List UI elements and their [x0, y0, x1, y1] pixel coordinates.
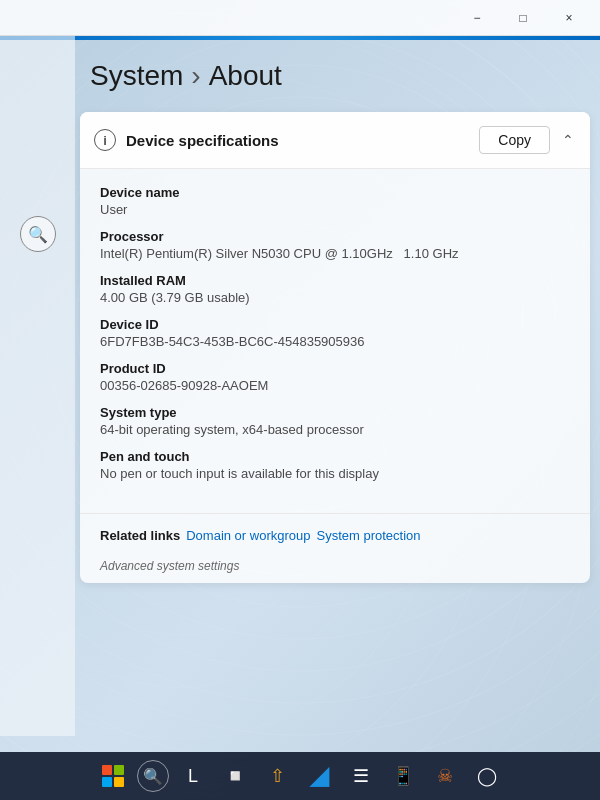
- spec-row-deviceid: Device ID 6FD7FB3B-54C3-453B-BC6C-454835…: [100, 317, 570, 349]
- titlebar: − □ ×: [0, 0, 600, 36]
- spec-value-deviceid: 6FD7FB3B-54C3-453B-BC6C-454835905936: [100, 334, 570, 349]
- title-about: About: [209, 60, 282, 92]
- spec-value-productid: 00356-02685-90928-AAOEM: [100, 378, 570, 393]
- taskbar-icon-menu[interactable]: ☰: [343, 758, 379, 794]
- taskbar-icon-extra[interactable]: ◯: [469, 758, 505, 794]
- link-system-protection[interactable]: System protection: [316, 528, 420, 543]
- taskbar: 🔍 L ◽ ⇧ ◢ ☰ 📱 ☠ ◯: [0, 752, 600, 800]
- minimize-button[interactable]: −: [454, 0, 500, 36]
- close-button[interactable]: ×: [546, 0, 592, 36]
- spec-label-processor: Processor: [100, 229, 570, 244]
- taskbar-icon-phone[interactable]: 📱: [385, 758, 421, 794]
- card-header: i Device specifications Copy ⌃: [80, 112, 590, 169]
- info-icon: i: [94, 129, 116, 151]
- main-content: System › About i Device specifications C…: [0, 40, 600, 583]
- spec-label-systemtype: System type: [100, 405, 570, 420]
- spec-label-ram: Installed RAM: [100, 273, 570, 288]
- advanced-settings-link[interactable]: Advanced system settings: [80, 553, 590, 583]
- taskbar-icon-upload[interactable]: ⇧: [259, 758, 295, 794]
- page-title: System › About: [80, 60, 600, 92]
- taskbar-search-button[interactable]: 🔍: [137, 760, 169, 792]
- taskbar-windows-button[interactable]: [95, 758, 131, 794]
- title-system: System: [90, 60, 183, 92]
- spec-value-systemtype: 64-bit operating system, x64-based proce…: [100, 422, 570, 437]
- spec-row-systemtype: System type 64-bit operating system, x64…: [100, 405, 570, 437]
- spec-label-devicename: Device name: [100, 185, 570, 200]
- card-header-left: i Device specifications: [94, 129, 279, 151]
- related-links: Related links Domain or workgroup System…: [80, 513, 590, 553]
- spec-value-devicename: User: [100, 202, 570, 217]
- taskbar-icon-l[interactable]: L: [175, 758, 211, 794]
- spec-value-ram: 4.00 GB (3.79 GB usable): [100, 290, 570, 305]
- related-links-label: Related links: [100, 528, 180, 543]
- maximize-button[interactable]: □: [500, 0, 546, 36]
- taskbar-icon-windows[interactable]: ◽: [217, 758, 253, 794]
- card-title: Device specifications: [126, 132, 279, 149]
- device-specs-card: i Device specifications Copy ⌃ Device na…: [80, 112, 590, 583]
- spec-row-ram: Installed RAM 4.00 GB (3.79 GB usable): [100, 273, 570, 305]
- card-body: Device name User Processor Intel(R) Pent…: [80, 169, 590, 513]
- link-domain-workgroup[interactable]: Domain or workgroup: [186, 528, 310, 543]
- window-controls: − □ ×: [454, 0, 592, 36]
- taskbar-icon-c[interactable]: ◢: [301, 758, 337, 794]
- spec-label-pentouch: Pen and touch: [100, 449, 570, 464]
- chevron-up-icon: ⌃: [562, 132, 574, 148]
- breadcrumb-chevron: ›: [191, 60, 200, 92]
- spec-row-productid: Product ID 00356-02685-90928-AAOEM: [100, 361, 570, 393]
- spec-value-processor: Intel(R) Pentium(R) Silver N5030 CPU @ 1…: [100, 246, 570, 261]
- spec-row-pentouch: Pen and touch No pen or touch input is a…: [100, 449, 570, 481]
- card-header-right: Copy ⌃: [479, 126, 574, 154]
- spec-label-deviceid: Device ID: [100, 317, 570, 332]
- copy-button[interactable]: Copy: [479, 126, 550, 154]
- taskbar-icon-shield[interactable]: ☠: [427, 758, 463, 794]
- spec-label-productid: Product ID: [100, 361, 570, 376]
- spec-value-pentouch: No pen or touch input is available for t…: [100, 466, 570, 481]
- spec-row-devicename: Device name User: [100, 185, 570, 217]
- spec-row-processor: Processor Intel(R) Pentium(R) Silver N50…: [100, 229, 570, 261]
